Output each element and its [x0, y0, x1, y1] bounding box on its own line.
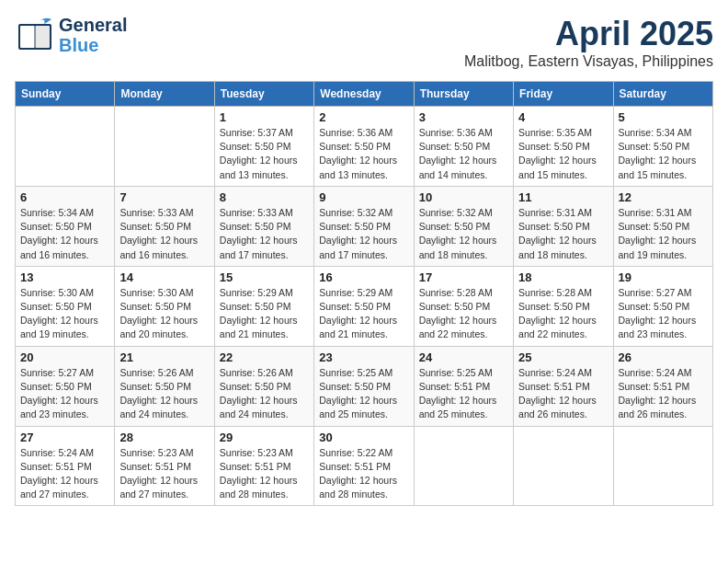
day-detail: Sunrise: 5:33 AMSunset: 5:50 PMDaylight:… — [119, 206, 209, 262]
day-number: 5 — [619, 110, 708, 124]
day-number: 10 — [419, 190, 508, 204]
day-detail: Sunrise: 5:26 AMSunset: 5:50 PMDaylight:… — [119, 366, 209, 422]
calendar-cell: 19Sunrise: 5:27 AMSunset: 5:50 PMDayligh… — [613, 266, 712, 346]
calendar-cell: 2Sunrise: 5:36 AMSunset: 5:50 PMDaylight… — [314, 107, 414, 187]
calendar-cell — [414, 426, 513, 506]
logo-text-line1: General — [59, 15, 127, 35]
calendar-week-2: 6Sunrise: 5:34 AMSunset: 5:50 PMDaylight… — [16, 186, 713, 266]
calendar-cell: 22Sunrise: 5:26 AMSunset: 5:50 PMDayligh… — [214, 346, 313, 426]
day-number: 16 — [319, 270, 408, 284]
calendar-week-1: 1Sunrise: 5:37 AMSunset: 5:50 PMDaylight… — [16, 107, 713, 187]
day-number: 30 — [319, 431, 408, 444]
day-number: 7 — [119, 190, 209, 204]
day-header-saturday: Saturday — [613, 82, 712, 107]
day-number: 17 — [419, 270, 508, 284]
day-detail: Sunrise: 5:23 AMSunset: 5:51 PMDaylight:… — [119, 446, 209, 502]
day-header-tuesday: Tuesday — [214, 82, 313, 107]
day-number: 24 — [419, 350, 508, 364]
day-detail: Sunrise: 5:37 AMSunset: 5:50 PMDaylight:… — [220, 126, 309, 182]
day-number: 6 — [20, 190, 109, 204]
day-detail: Sunrise: 5:27 AMSunset: 5:50 PMDaylight:… — [619, 286, 708, 342]
calendar-header-row: SundayMondayTuesdayWednesdayThursdayFrid… — [16, 82, 713, 107]
calendar-cell: 8Sunrise: 5:33 AMSunset: 5:50 PMDaylight… — [214, 186, 313, 266]
calendar-cell — [115, 107, 214, 187]
calendar-cell: 11Sunrise: 5:31 AMSunset: 5:50 PMDayligh… — [514, 186, 613, 266]
calendar-week-3: 13Sunrise: 5:30 AMSunset: 5:50 PMDayligh… — [16, 266, 713, 346]
day-detail: Sunrise: 5:28 AMSunset: 5:50 PMDaylight:… — [518, 286, 608, 342]
day-detail: Sunrise: 5:29 AMSunset: 5:50 PMDaylight:… — [220, 286, 309, 342]
day-number: 21 — [119, 350, 209, 364]
day-detail: Sunrise: 5:24 AMSunset: 5:51 PMDaylight:… — [20, 446, 109, 502]
calendar-table: SundayMondayTuesdayWednesdayThursdayFrid… — [15, 81, 713, 506]
day-number: 4 — [518, 110, 608, 124]
day-detail: Sunrise: 5:24 AMSunset: 5:51 PMDaylight:… — [619, 366, 708, 422]
day-number: 27 — [20, 431, 109, 444]
day-detail: Sunrise: 5:29 AMSunset: 5:50 PMDaylight:… — [319, 286, 408, 342]
day-number: 13 — [20, 270, 109, 284]
svg-rect-1 — [20, 26, 35, 48]
calendar-cell: 24Sunrise: 5:25 AMSunset: 5:51 PMDayligh… — [414, 346, 513, 426]
day-number: 25 — [518, 350, 608, 364]
day-detail: Sunrise: 5:25 AMSunset: 5:51 PMDaylight:… — [419, 366, 508, 422]
page-title: April 2025 — [464, 15, 713, 53]
day-detail: Sunrise: 5:30 AMSunset: 5:50 PMDaylight:… — [20, 286, 109, 342]
day-number: 26 — [619, 350, 708, 364]
calendar-cell: 28Sunrise: 5:23 AMSunset: 5:51 PMDayligh… — [115, 426, 214, 506]
day-number: 11 — [518, 190, 608, 204]
day-number: 9 — [319, 190, 408, 204]
calendar-cell: 14Sunrise: 5:30 AMSunset: 5:50 PMDayligh… — [115, 266, 214, 346]
calendar-cell: 7Sunrise: 5:33 AMSunset: 5:50 PMDaylight… — [115, 186, 214, 266]
day-number: 18 — [518, 270, 608, 284]
day-number: 3 — [419, 110, 508, 124]
calendar-cell: 17Sunrise: 5:28 AMSunset: 5:50 PMDayligh… — [414, 266, 513, 346]
day-detail: Sunrise: 5:35 AMSunset: 5:50 PMDaylight:… — [518, 126, 608, 182]
calendar-cell: 3Sunrise: 5:36 AMSunset: 5:50 PMDaylight… — [414, 107, 513, 187]
calendar-cell: 27Sunrise: 5:24 AMSunset: 5:51 PMDayligh… — [16, 426, 115, 506]
day-number: 8 — [220, 190, 309, 204]
day-number: 22 — [220, 350, 309, 364]
day-detail: Sunrise: 5:24 AMSunset: 5:51 PMDaylight:… — [518, 366, 608, 422]
day-detail: Sunrise: 5:36 AMSunset: 5:50 PMDaylight:… — [319, 126, 408, 182]
day-detail: Sunrise: 5:34 AMSunset: 5:50 PMDaylight:… — [619, 126, 708, 182]
calendar-week-5: 27Sunrise: 5:24 AMSunset: 5:51 PMDayligh… — [16, 426, 713, 506]
day-number: 12 — [619, 190, 708, 204]
calendar-cell: 16Sunrise: 5:29 AMSunset: 5:50 PMDayligh… — [314, 266, 414, 346]
day-detail: Sunrise: 5:27 AMSunset: 5:50 PMDaylight:… — [20, 366, 109, 422]
calendar-cell: 30Sunrise: 5:22 AMSunset: 5:51 PMDayligh… — [314, 426, 414, 506]
day-detail: Sunrise: 5:26 AMSunset: 5:50 PMDaylight:… — [220, 366, 309, 422]
svg-rect-2 — [35, 26, 50, 48]
day-detail: Sunrise: 5:23 AMSunset: 5:51 PMDaylight:… — [220, 446, 309, 502]
day-detail: Sunrise: 5:22 AMSunset: 5:51 PMDaylight:… — [319, 446, 408, 502]
page-header: General Blue April 2025 Malitbog, Easter… — [15, 15, 713, 70]
day-number: 15 — [220, 270, 309, 284]
day-number: 23 — [319, 350, 408, 364]
calendar-week-4: 20Sunrise: 5:27 AMSunset: 5:50 PMDayligh… — [16, 346, 713, 426]
calendar-cell: 12Sunrise: 5:31 AMSunset: 5:50 PMDayligh… — [613, 186, 712, 266]
day-number: 19 — [619, 270, 708, 284]
calendar-cell: 20Sunrise: 5:27 AMSunset: 5:50 PMDayligh… — [16, 346, 115, 426]
day-detail: Sunrise: 5:34 AMSunset: 5:50 PMDaylight:… — [20, 206, 109, 262]
day-header-wednesday: Wednesday — [314, 82, 414, 107]
calendar-cell: 6Sunrise: 5:34 AMSunset: 5:50 PMDaylight… — [16, 186, 115, 266]
calendar-cell: 9Sunrise: 5:32 AMSunset: 5:50 PMDaylight… — [314, 186, 414, 266]
logo: General Blue — [15, 15, 127, 55]
day-header-thursday: Thursday — [414, 82, 513, 107]
day-detail: Sunrise: 5:33 AMSunset: 5:50 PMDaylight:… — [220, 206, 309, 262]
calendar-cell: 13Sunrise: 5:30 AMSunset: 5:50 PMDayligh… — [16, 266, 115, 346]
day-detail: Sunrise: 5:25 AMSunset: 5:50 PMDaylight:… — [319, 366, 408, 422]
calendar-cell: 21Sunrise: 5:26 AMSunset: 5:50 PMDayligh… — [115, 346, 214, 426]
logo-text-line2: Blue — [59, 35, 127, 55]
calendar-cell: 23Sunrise: 5:25 AMSunset: 5:50 PMDayligh… — [314, 346, 414, 426]
calendar-cell: 18Sunrise: 5:28 AMSunset: 5:50 PMDayligh… — [514, 266, 613, 346]
day-number: 1 — [220, 110, 309, 124]
day-number: 14 — [119, 270, 209, 284]
day-detail: Sunrise: 5:36 AMSunset: 5:50 PMDaylight:… — [419, 126, 508, 182]
title-block: April 2025 Malitbog, Eastern Visayas, Ph… — [464, 15, 713, 70]
day-header-sunday: Sunday — [16, 82, 115, 107]
day-number: 2 — [319, 110, 408, 124]
day-detail: Sunrise: 5:32 AMSunset: 5:50 PMDaylight:… — [419, 206, 508, 262]
calendar-cell: 15Sunrise: 5:29 AMSunset: 5:50 PMDayligh… — [214, 266, 313, 346]
calendar-cell: 10Sunrise: 5:32 AMSunset: 5:50 PMDayligh… — [414, 186, 513, 266]
day-detail: Sunrise: 5:31 AMSunset: 5:50 PMDaylight:… — [619, 206, 708, 262]
day-detail: Sunrise: 5:32 AMSunset: 5:50 PMDaylight:… — [319, 206, 408, 262]
